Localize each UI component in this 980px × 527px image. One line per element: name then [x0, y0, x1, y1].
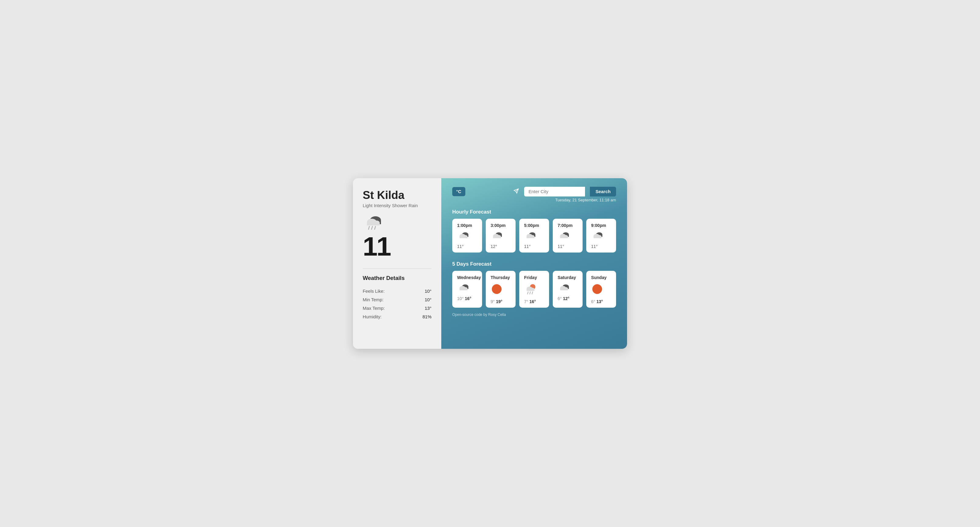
- forecast-temp-range: 10° 16°: [457, 296, 471, 301]
- weather-details-title: Weather Details: [363, 275, 431, 282]
- card-temp: 11°: [591, 244, 598, 249]
- forecast-card: Wednesday 10° 16°: [452, 271, 482, 308]
- card-icon: [457, 231, 469, 242]
- detail-row: Feels Like:10°: [363, 287, 431, 296]
- card-icon: [491, 231, 503, 242]
- card-temp: 11°: [558, 244, 564, 249]
- svg-line-51: [527, 292, 528, 294]
- weather-description: Light Intensity Shower Rain: [363, 203, 431, 208]
- card-time: 5:00pm: [524, 223, 539, 228]
- card-icon: [524, 231, 536, 242]
- forecast-icon: [591, 283, 603, 297]
- svg-line-6: [369, 226, 369, 229]
- detail-label: Humidity:: [363, 314, 382, 319]
- svg-point-60: [592, 284, 602, 294]
- forecast-icon: [558, 283, 570, 294]
- detail-label: Feels Like:: [363, 289, 385, 294]
- detail-value: 10°: [425, 297, 432, 302]
- left-panel: St Kilda Light Intensity Shower Rain 11: [353, 178, 441, 349]
- right-panel: °C Search Tuesday, 21 September, 11:18 a…: [441, 178, 627, 349]
- forecast-card: Thursday 9° 19°: [486, 271, 515, 308]
- hourly-card: 3:00pm 12°: [486, 219, 515, 253]
- svg-rect-14: [460, 237, 468, 238]
- forecast-temp-range: 7° 16°: [524, 299, 536, 304]
- svg-rect-20: [493, 237, 501, 238]
- footer-text: Open-source code by Rosy Cella: [452, 312, 616, 317]
- svg-line-52: [530, 292, 530, 294]
- card-temp: 12°: [491, 244, 497, 249]
- svg-line-53: [532, 292, 533, 294]
- 5day-forecast-cards: Wednesday 10° 16° Thursday 9° 19° Friday…: [452, 271, 616, 308]
- svg-rect-59: [560, 289, 568, 290]
- svg-rect-26: [527, 237, 535, 238]
- svg-line-7: [372, 226, 372, 229]
- forecast-day: Saturday: [558, 275, 576, 280]
- forecast-card: Saturday 6° 12°: [553, 271, 582, 308]
- hourly-forecast-title: Hourly Forecast: [452, 209, 616, 215]
- detail-row: Min Temp:10°: [363, 296, 431, 304]
- forecast-temp-range: 9° 19°: [491, 299, 503, 304]
- svg-rect-38: [593, 237, 601, 238]
- app-container: St Kilda Light Intensity Shower Rain 11: [353, 178, 627, 349]
- card-icon: [558, 231, 570, 242]
- hourly-card: 7:00pm 11°: [553, 219, 582, 253]
- 5day-forecast-title: 5 Days Forecast: [452, 261, 616, 267]
- forecast-card: Friday 7° 16°: [519, 271, 549, 308]
- current-weather-icon: [363, 213, 431, 232]
- detail-value: 13°: [425, 306, 432, 311]
- card-temp: 11°: [524, 244, 530, 249]
- forecast-icon: [524, 283, 536, 297]
- weather-details-list: Feels Like:10°Min Temp:10°Max Temp:13°Hu…: [363, 287, 431, 321]
- forecast-temp-range: 6° 13°: [591, 299, 603, 304]
- detail-value: 10°: [425, 289, 432, 294]
- forecast-day: Wednesday: [457, 275, 481, 280]
- forecast-temp-range: 6° 12°: [558, 296, 570, 301]
- svg-rect-50: [527, 290, 535, 291]
- card-icon: [591, 231, 603, 242]
- card-time: 3:00pm: [491, 223, 506, 228]
- hourly-forecast-cards: 1:00pm 11° 3:00pm 12° 5:00pm 11° 7:00pm: [452, 219, 616, 253]
- svg-rect-32: [560, 237, 568, 238]
- card-temp: 11°: [457, 244, 463, 249]
- card-time: 7:00pm: [558, 223, 573, 228]
- hourly-card: 1:00pm 11°: [452, 219, 482, 253]
- forecast-icon: [457, 283, 469, 294]
- forecast-day: Thursday: [491, 275, 510, 280]
- detail-label: Max Temp:: [363, 306, 385, 311]
- detail-row: Humidity:81%: [363, 312, 431, 321]
- card-time: 1:00pm: [457, 223, 472, 228]
- forecast-card: Sunday 6° 13°: [586, 271, 616, 308]
- city-name: St Kilda: [363, 189, 431, 201]
- detail-label: Min Temp:: [363, 297, 383, 302]
- forecast-day: Friday: [524, 275, 537, 280]
- forecast-icon: [491, 283, 503, 297]
- unit-toggle-button[interactable]: °C: [452, 187, 465, 196]
- svg-point-45: [492, 284, 501, 294]
- forecast-day: Sunday: [591, 275, 607, 280]
- detail-row: Max Temp:13°: [363, 304, 431, 312]
- hourly-card: 5:00pm 11°: [519, 219, 549, 253]
- search-button[interactable]: Search: [590, 187, 616, 196]
- hourly-card: 9:00pm 11°: [586, 219, 616, 253]
- datetime-display: Tuesday, 21 September, 11:18 am: [452, 198, 616, 202]
- location-icon[interactable]: [513, 188, 519, 196]
- svg-rect-5: [367, 223, 380, 225]
- divider: [363, 268, 431, 269]
- card-time: 9:00pm: [591, 223, 606, 228]
- top-bar: °C Search: [452, 187, 616, 196]
- svg-rect-44: [460, 289, 468, 290]
- detail-value: 81%: [422, 314, 431, 319]
- city-search-input[interactable]: [524, 187, 585, 196]
- current-temperature: 11: [363, 233, 431, 260]
- svg-line-8: [375, 226, 375, 229]
